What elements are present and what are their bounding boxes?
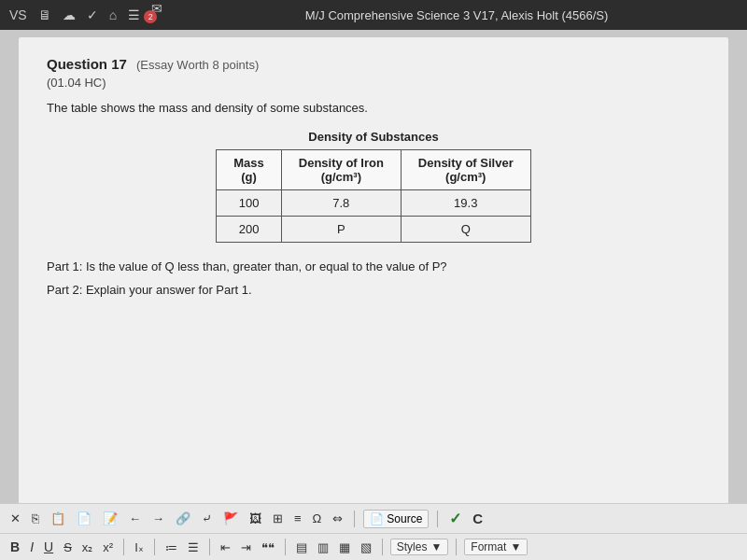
styles-label: Styles: [397, 540, 428, 553]
checkmark-nav-icon[interactable]: ✓: [87, 7, 98, 22]
bold-button[interactable]: B: [7, 538, 22, 556]
hline-button[interactable]: ≡: [291, 510, 304, 527]
image-button[interactable]: 🖼: [247, 510, 264, 527]
toolbar-separator-4: [154, 539, 155, 555]
toolbar-separator-8: [456, 539, 457, 555]
cell-silver-2: Q: [401, 217, 530, 243]
align-right-button[interactable]: ▦: [336, 539, 353, 556]
table-section: Density of Substances Mass(g) Density of…: [47, 130, 700, 243]
source-icon: 📄: [370, 512, 384, 525]
styles-dropdown[interactable]: Styles ▼: [390, 539, 449, 555]
align-left-button[interactable]: ▤: [293, 539, 310, 556]
italic-button[interactable]: I: [27, 538, 36, 556]
question-worth: (Essay Worth 8 points): [136, 58, 259, 72]
monitor-icon[interactable]: 🖥: [38, 7, 51, 22]
format-dropdown-icon: ▼: [510, 540, 521, 553]
menu-icon[interactable]: ☰: [128, 7, 140, 22]
data-table: Mass(g) Density of Iron(g/cm³) Density o…: [216, 149, 530, 243]
redo-button[interactable]: →: [149, 510, 167, 527]
part2-text: Part 2: Explain your answer for Part 1.: [47, 281, 700, 301]
col-header-silver: Density of Silver(g/cm³): [401, 150, 530, 190]
superscript-button[interactable]: x²: [100, 539, 116, 556]
toolbar-separator-6: [285, 539, 286, 555]
undo-button[interactable]: ←: [126, 510, 144, 527]
mail-icon[interactable]: ✉ 2: [151, 1, 164, 29]
col-header-mass: Mass(g): [217, 150, 282, 190]
col-header-iron: Density of Iron(g/cm³): [281, 150, 401, 190]
source-button[interactable]: 📄 Source: [363, 510, 429, 528]
toolbar-separator-5: [209, 539, 210, 555]
top-bar: VS 🖥 ☁ ✓ ⌂ ☰ ✉ 2 M/J Comprehensive Scien…: [0, 0, 747, 30]
paste-word-button[interactable]: 📝: [100, 510, 120, 527]
unlink-button[interactable]: ⤶: [199, 510, 215, 527]
c-button[interactable]: C: [470, 509, 486, 528]
list-ol-button[interactable]: ≔: [162, 539, 180, 556]
cell-iron-2: P: [281, 217, 401, 243]
cell-mass-2: 200: [217, 217, 282, 243]
anchor-button[interactable]: 🚩: [220, 510, 241, 527]
copy-button[interactable]: ⎘: [29, 510, 42, 527]
app-label: VS: [9, 7, 27, 22]
question-header: Question 17 (Essay Worth 8 points): [47, 56, 700, 72]
toolbar-separator-3: [123, 539, 124, 555]
home-icon[interactable]: ⌂: [109, 7, 117, 22]
spellcheck-button[interactable]: ✓: [446, 508, 464, 529]
format-label: Format: [471, 540, 506, 553]
table-title: Density of Substances: [47, 130, 700, 144]
indent-decrease-button[interactable]: ⇤: [218, 539, 233, 556]
cell-iron-1: 7.8: [281, 190, 401, 217]
toolbar-row1: ✕ ⎘ 📋 📄 📝 ← → 🔗 ⤶ 🚩 🖼 ⊞ ≡ Ω ⇔ 📄 Source ✓…: [0, 504, 747, 534]
toolbar-separator-2: [437, 511, 438, 527]
part1-text: Part 1: Is the value of Q less than, gre…: [47, 258, 700, 277]
table-button[interactable]: ⊞: [270, 510, 286, 527]
page-title: M/J Comprehensive Science 3 V17, Alexis …: [176, 8, 738, 22]
format-dropdown[interactable]: Format ▼: [464, 539, 528, 555]
main-content: Question 17 (Essay Worth 8 points) (01.0…: [19, 37, 728, 532]
indent-increase-button[interactable]: ⇥: [238, 539, 254, 556]
cell-mass-1: 100: [217, 190, 282, 217]
table-row: 100 7.8 19.3: [217, 190, 530, 217]
list-ul-button[interactable]: ☰: [185, 539, 202, 556]
question-number: Question 17: [47, 56, 127, 72]
question-code: (01.04 HC): [47, 76, 700, 90]
blockquote-button[interactable]: ❝❝: [259, 539, 277, 556]
cloud-icon[interactable]: ☁: [63, 7, 76, 22]
styles-dropdown-icon: ▼: [430, 540, 442, 553]
paste-button[interactable]: 📋: [48, 510, 68, 527]
align-center-button[interactable]: ▥: [315, 539, 331, 556]
clear-format-button[interactable]: Iₓ: [132, 539, 147, 556]
toolbar-separator-7: [382, 539, 383, 555]
cut-button[interactable]: ✕: [7, 510, 23, 527]
align-justify-button[interactable]: ▧: [358, 539, 374, 556]
underline-button[interactable]: U: [41, 538, 56, 556]
table-header-row: Mass(g) Density of Iron(g/cm³) Density o…: [217, 150, 530, 190]
paste-text-button[interactable]: 📄: [74, 510, 94, 527]
special-char-button[interactable]: Ω: [310, 510, 325, 527]
cell-silver-1: 19.3: [401, 190, 530, 217]
table-row: 200 P Q: [217, 217, 530, 243]
toolbar-row2: B I U S x₂ x² Iₓ ≔ ☰ ⇤ ⇥ ❝❝ ▤ ▥ ▦ ▧ Styl…: [0, 534, 747, 560]
maximize-button[interactable]: ⇔: [330, 510, 345, 527]
subscript-button[interactable]: x₂: [79, 539, 96, 556]
source-label: Source: [387, 512, 422, 525]
link-button[interactable]: 🔗: [173, 510, 193, 527]
strikethrough-button[interactable]: S: [61, 539, 75, 556]
question-prompt: The table shows the mass and density of …: [47, 101, 700, 115]
toolbar: ✕ ⎘ 📋 📄 📝 ← → 🔗 ⤶ 🚩 🖼 ⊞ ≡ Ω ⇔ 📄 Source ✓…: [0, 503, 747, 560]
toolbar-separator-1: [354, 511, 355, 527]
notification-badge: 2: [144, 10, 157, 23]
